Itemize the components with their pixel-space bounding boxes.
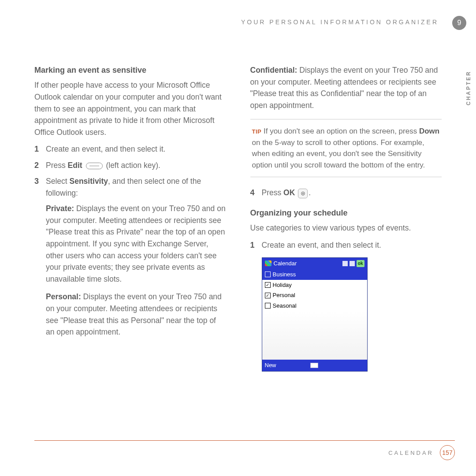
battery-icon bbox=[350, 261, 355, 266]
tip-label: TIP bbox=[252, 128, 262, 135]
steps-list: 1 Create an event, and then select it. 2… bbox=[34, 143, 226, 199]
step-text-b: (left action key). bbox=[106, 161, 160, 170]
ok-key-icon bbox=[298, 189, 308, 198]
step-number: 1 bbox=[34, 143, 46, 155]
ok-button-screenshot[interactable]: ok bbox=[357, 260, 364, 267]
tip-bold-down: Down bbox=[419, 127, 439, 135]
private-block: Private: Displays the event on your Treo… bbox=[46, 203, 226, 285]
step4-text-a: Press bbox=[262, 188, 284, 197]
screenshot-title: Calendar bbox=[274, 259, 297, 268]
category-row-business[interactable]: Business bbox=[262, 269, 367, 280]
checkbox-icon[interactable] bbox=[265, 271, 271, 277]
step4-list: 4 Press OK . bbox=[250, 187, 442, 199]
category-row-holiday[interactable]: ✓ Holiday bbox=[262, 280, 367, 290]
chapter-number-badge: 9 bbox=[452, 16, 466, 30]
category-label: Personal bbox=[273, 291, 295, 300]
section-title-sensitive: Marking an event as sensitive bbox=[34, 64, 226, 76]
titlebar-left: Calendar bbox=[265, 259, 297, 268]
step-number: 1 bbox=[250, 239, 262, 251]
step-4: 4 Press OK . bbox=[250, 187, 442, 199]
screenshot-footer: New bbox=[262, 360, 367, 371]
step-text: Create an event, and then select it. bbox=[262, 239, 442, 251]
private-label: Private: bbox=[46, 204, 74, 213]
calendar-categories-screenshot: Calendar ok Business ✓ Holiday bbox=[262, 257, 368, 372]
category-row-personal[interactable]: ✓ Personal bbox=[262, 290, 367, 301]
sensitivity-bold: Sensitivity bbox=[70, 177, 108, 186]
private-text: Displays the event on your Treo 750 and … bbox=[46, 204, 226, 283]
running-head: YOUR PERSONAL INFORMATION ORGANIZER bbox=[241, 19, 439, 26]
titlebar-icons: ok bbox=[342, 260, 364, 267]
tip-text-b: on the 5-way to scroll to other options.… bbox=[252, 138, 425, 169]
page-footer: CALENDAR 157 bbox=[34, 440, 455, 460]
action-key-icon bbox=[86, 163, 103, 169]
step-text: Press Edit (left action key). bbox=[46, 160, 226, 171]
intro-paragraph: If other people have access to your Micr… bbox=[34, 79, 226, 138]
category-label: Business bbox=[273, 270, 296, 279]
keyboard-icon[interactable] bbox=[310, 363, 318, 368]
step-1: 1 Create an event, and then select it. bbox=[34, 143, 226, 155]
personal-label: Personal: bbox=[46, 292, 81, 301]
checkbox-icon[interactable]: ✓ bbox=[265, 282, 271, 288]
confidential-label: Confidential: bbox=[250, 66, 298, 74]
org-steps: 1 Create an event, and then select it. bbox=[250, 239, 442, 251]
ok-bold: OK bbox=[283, 188, 295, 197]
footer-section-label: CALENDAR bbox=[388, 450, 434, 456]
confidential-block: Confidential: Displays the event on your… bbox=[250, 64, 442, 111]
category-label: Holiday bbox=[273, 281, 292, 290]
signal-icon bbox=[342, 261, 348, 266]
checkbox-icon[interactable] bbox=[265, 303, 271, 309]
tip-text-a: If you don't see an option on the screen… bbox=[264, 127, 419, 135]
step-2: 2 Press Edit (left action key). bbox=[34, 160, 226, 171]
checkbox-icon[interactable]: ✓ bbox=[265, 293, 271, 298]
categories-list: Business ✓ Holiday ✓ Personal Seasonal bbox=[262, 269, 367, 360]
page-number-badge: 157 bbox=[440, 445, 455, 460]
windows-flag-icon bbox=[265, 260, 271, 266]
organizing-intro: Use categories to view various types of … bbox=[250, 222, 442, 234]
tip-box: TIP If you don't see an option on the sc… bbox=[250, 119, 442, 177]
step-text-a: Select bbox=[46, 177, 70, 186]
personal-block: Personal: Displays the event on your Tre… bbox=[46, 291, 226, 338]
step-text: Press OK . bbox=[262, 187, 442, 199]
org-step-1: 1 Create an event, and then select it. bbox=[250, 239, 442, 251]
category-row-seasonal[interactable]: Seasonal bbox=[262, 301, 367, 311]
screenshot-empty-area bbox=[262, 311, 367, 360]
step4-text-b: . bbox=[309, 188, 311, 197]
category-label: Seasonal bbox=[273, 301, 297, 310]
step-text: Select Sensitivity, and then select one … bbox=[46, 175, 226, 199]
main-content: Marking an event as sensitive If other p… bbox=[34, 64, 442, 372]
step-number: 2 bbox=[34, 160, 46, 171]
section-title-organizing: Organizing your schedule bbox=[250, 207, 442, 219]
edit-bold: Edit bbox=[68, 161, 82, 170]
left-column: Marking an event as sensitive If other p… bbox=[34, 64, 226, 372]
step-text: Create an event, and then select it. bbox=[46, 143, 226, 155]
right-column: Confidential: Displays the event on your… bbox=[250, 64, 442, 372]
step-3: 3 Select Sensitivity, and then select on… bbox=[34, 175, 226, 199]
chapter-side-label: CHAPTER bbox=[465, 71, 472, 105]
step-text-a: Press bbox=[46, 161, 68, 170]
step-number: 3 bbox=[34, 175, 46, 187]
screenshot-titlebar: Calendar ok bbox=[262, 258, 367, 269]
new-softkey[interactable]: New bbox=[265, 361, 276, 370]
step-number: 4 bbox=[250, 187, 262, 199]
